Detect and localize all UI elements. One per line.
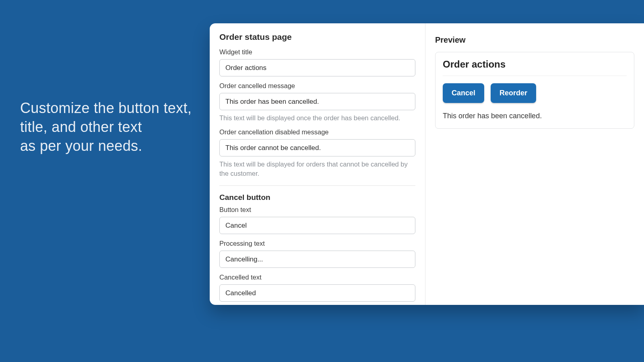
input-cancelled-text[interactable] (219, 284, 415, 302)
label-order-cancelled-message: Order cancelled message (219, 82, 415, 90)
label-button-text: Button text (219, 206, 415, 214)
field-cancelled-text: Cancelled text (219, 274, 415, 302)
label-order-cancellation-disabled-message: Order cancellation disabled message (219, 128, 415, 136)
input-order-cancellation-disabled-message[interactable] (219, 139, 415, 156)
field-widget-title: Widget title (219, 48, 415, 76)
label-widget-title: Widget title (219, 48, 415, 56)
label-cancelled-text: Cancelled text (219, 274, 415, 281)
hero-line: as per your needs. (20, 137, 192, 156)
field-processing-text: Processing text (219, 240, 415, 268)
input-widget-title[interactable] (219, 59, 415, 76)
help-order-cancelled-message: This text will be displayed once the ord… (219, 113, 415, 123)
preview-panel: Preview Order actions Cancel Reorder Thi… (425, 23, 644, 305)
preview-button-row: Cancel Reorder (443, 83, 627, 103)
label-processing-text: Processing text (219, 240, 415, 247)
settings-form-panel: Order status page Widget title Order can… (210, 23, 425, 305)
input-order-cancelled-message[interactable] (219, 93, 415, 110)
hero-description: Customize the button text, title, and ot… (20, 99, 192, 155)
help-order-cancellation-disabled-message: This text will be displayed for orders t… (219, 160, 415, 178)
input-processing-text[interactable] (219, 251, 415, 268)
hero-line: title, and other text (20, 118, 192, 137)
field-button-text: Button text (219, 206, 415, 234)
hero-line: Customize the button text, (20, 99, 192, 118)
field-order-cancelled-message: Order cancelled message This text will b… (219, 82, 415, 123)
preview-card: Order actions Cancel Reorder This order … (435, 52, 634, 129)
preview-card-title: Order actions (443, 59, 627, 76)
input-button-text[interactable] (219, 217, 415, 234)
reorder-button[interactable]: Reorder (491, 83, 536, 103)
field-order-cancellation-disabled-message: Order cancellation disabled message This… (219, 128, 415, 178)
cancel-button[interactable]: Cancel (443, 83, 484, 103)
settings-card: Order status page Widget title Order can… (210, 23, 644, 305)
section-heading-cancel-button: Cancel button (219, 193, 415, 202)
preview-title: Preview (435, 35, 634, 45)
preview-cancelled-message: This order has been cancelled. (443, 112, 627, 120)
section-heading-order-status-page: Order status page (219, 32, 415, 42)
divider (219, 185, 415, 186)
